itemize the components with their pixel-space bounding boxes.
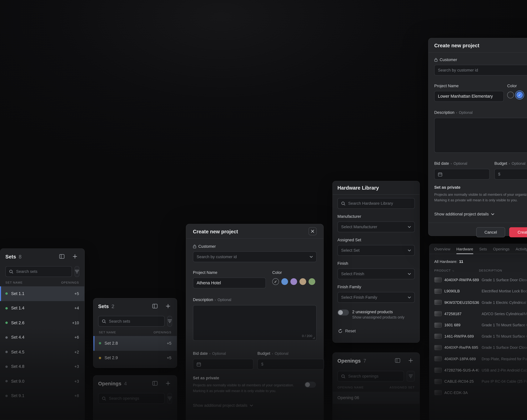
add-opening-button[interactable]: [164, 379, 172, 387]
unassigned-only-toggle[interactable]: [338, 309, 349, 315]
sort-icon: ↑↓: [452, 269, 454, 272]
description-textarea[interactable]: 0 / 200: [193, 305, 317, 341]
product-description: Drop Plate, Required for Parallel Arm: [482, 357, 527, 361]
cancel-button[interactable]: Cancel: [476, 227, 505, 237]
filter-field-select[interactable]: Select Set: [338, 245, 415, 256]
show-details-link[interactable]: Show additional project details: [434, 212, 527, 216]
show-details-link[interactable]: Show additional project details: [193, 403, 317, 408]
set-row[interactable]: Set 9.1 +8: [0, 388, 84, 403]
columns-view-button[interactable]: [394, 357, 402, 365]
tab[interactable]: Overview: [434, 244, 450, 254]
set-status-dot: [99, 357, 101, 359]
set-row[interactable]: Set 9.0 +3: [0, 374, 84, 388]
description-textarea[interactable]: [434, 118, 527, 153]
search-sets-input[interactable]: [98, 316, 165, 327]
bid-date-input[interactable]: [434, 169, 490, 180]
resize-handle-icon[interactable]: [313, 337, 315, 339]
column-header-product[interactable]: PRODUCT: [434, 269, 451, 272]
customer-select[interactable]: Search by customer id: [193, 252, 317, 262]
budget-input[interactable]: $: [494, 169, 527, 180]
color-swatch[interactable]: ✓: [290, 278, 297, 285]
create-project-modal-center: Create new project Customer Search by cu…: [186, 224, 324, 420]
product-description: Grade 1 Tri Mount Surface Closer, Push: [482, 323, 527, 327]
tab[interactable]: Sets: [479, 244, 487, 254]
create-button[interactable]: Create: [509, 227, 527, 237]
set-private-label: Set as private: [434, 185, 527, 189]
filter-field-select[interactable]: Select Finish: [338, 269, 415, 279]
set-row[interactable]: Set 2.8 +5: [93, 336, 177, 351]
hardware-row[interactable]: 4040XP-Rw/PA 695 Grade 1 Surface Door Cl…: [429, 342, 527, 353]
set-row[interactable]: Set 4.5 +2: [0, 345, 84, 359]
hardware-row[interactable]: 47258187 AD/CO Series Cylindrical/Mortis…: [429, 308, 527, 319]
tab[interactable]: Activity: [516, 244, 527, 254]
color-swatch[interactable]: ✓: [308, 278, 315, 285]
hardware-row[interactable]: 1601 689 Grade 1 Tri Mount Surface Close…: [429, 319, 527, 331]
set-row[interactable]: Set 4.4 +6: [0, 330, 84, 345]
filter-field-label: Finish Family: [338, 285, 415, 289]
bid-date-input[interactable]: [193, 359, 253, 369]
char-counter: 0 / 200: [302, 334, 312, 338]
set-private-toggle[interactable]: [305, 382, 316, 388]
columns-view-button[interactable]: [151, 379, 159, 387]
filter-field-select[interactable]: Select Finish Family: [338, 292, 415, 303]
filter-sets-button[interactable]: [75, 266, 79, 277]
color-swatch[interactable]: ✓: [281, 278, 288, 285]
chevron-down-icon: [408, 296, 411, 298]
column-header-openings: OPENINGS: [154, 331, 171, 334]
product-thumbnail: [434, 334, 441, 339]
reset-filters-button[interactable]: Reset: [333, 329, 419, 333]
product-code: ACC-EDK-3A: [444, 391, 479, 395]
set-row[interactable]: Set 1.1 +5: [0, 286, 84, 301]
customer-select[interactable]: Search by customer id: [434, 65, 527, 75]
close-modal-button[interactable]: [308, 227, 317, 235]
add-set-button[interactable]: [71, 252, 79, 261]
budget-input[interactable]: $: [257, 359, 324, 369]
customer-label: Customer: [440, 57, 457, 62]
project-name-input[interactable]: [193, 278, 266, 288]
filter-openings-button[interactable]: [167, 393, 172, 404]
hardware-row[interactable]: 1461-RW/PA 689 Grade 1 Tri Mount Surface…: [429, 331, 527, 342]
openings-list: Opening 06: [333, 392, 419, 404]
detail-tabs: Overview Hardware Sets Openings Activity: [429, 244, 527, 254]
add-opening-button[interactable]: [407, 357, 415, 365]
color-swatch[interactable]: ✓: [507, 92, 514, 98]
project-name-input[interactable]: [434, 91, 504, 102]
add-set-button[interactable]: [164, 302, 172, 310]
color-label: Color: [272, 270, 317, 275]
filter-openings-button[interactable]: [407, 371, 415, 382]
column-header-openings: OPENINGS: [61, 281, 79, 284]
set-name: Set 2.8: [105, 341, 164, 346]
tab[interactable]: Hardware: [456, 244, 473, 254]
hardware-row[interactable]: 4040XP-RW/PA 689 Grade 1 Surface Door Cl…: [429, 274, 527, 285]
product-code: 1461-RW/PA 689: [444, 334, 479, 338]
filter-sets-button[interactable]: [167, 316, 172, 327]
search-icon: [102, 396, 106, 401]
search-openings-input[interactable]: [338, 371, 404, 382]
filter-field-select[interactable]: Select Manufacturer: [338, 222, 415, 232]
hardware-row[interactable]: 9KW37DEU15DS3626 Grade 1 Electric Cylind…: [429, 297, 527, 308]
product-thumbnail: [434, 311, 441, 316]
set-row[interactable]: Set 1.4 +4: [0, 301, 84, 315]
hardware-row[interactable]: 47282796-SUS-A-KIT USB and 2-Pin Android…: [429, 365, 527, 376]
search-sets-input[interactable]: [5, 266, 72, 277]
bid-date-label: Bid date: [193, 351, 208, 356]
hardware-row[interactable]: CABLE-RC04-25 Pure IP RC-04 Cable (25 Pi…: [429, 376, 527, 387]
set-status-dot: [5, 395, 8, 397]
search-openings-input[interactable]: [98, 393, 165, 404]
set-row[interactable]: Set 2.6 +10: [0, 315, 84, 330]
set-row[interactable]: Set 2.9 +5: [93, 351, 177, 365]
hardware-row[interactable]: L9090LB Electrified Mortise Lock Body, F…: [429, 285, 527, 297]
opening-row[interactable]: Opening 06: [333, 392, 419, 404]
columns-view-button[interactable]: [151, 302, 159, 310]
set-row[interactable]: Set 4.8 +3: [0, 359, 84, 374]
project-name-label: Project Name: [193, 270, 266, 275]
product-code: 4040XP-Rw/PA 695: [444, 346, 479, 349]
search-hardware-input[interactable]: [338, 198, 415, 209]
columns-view-button[interactable]: [58, 252, 66, 261]
hardware-row[interactable]: ACC-EDK-3A: [429, 387, 527, 398]
hardware-row[interactable]: 4040XP-18PA 689 Drop Plate, Required for…: [429, 353, 527, 365]
color-swatch[interactable]: ✓: [516, 92, 523, 98]
color-swatch[interactable]: ✓: [272, 278, 279, 285]
tab[interactable]: Openings: [493, 244, 510, 254]
color-swatch[interactable]: ✓: [299, 278, 306, 285]
